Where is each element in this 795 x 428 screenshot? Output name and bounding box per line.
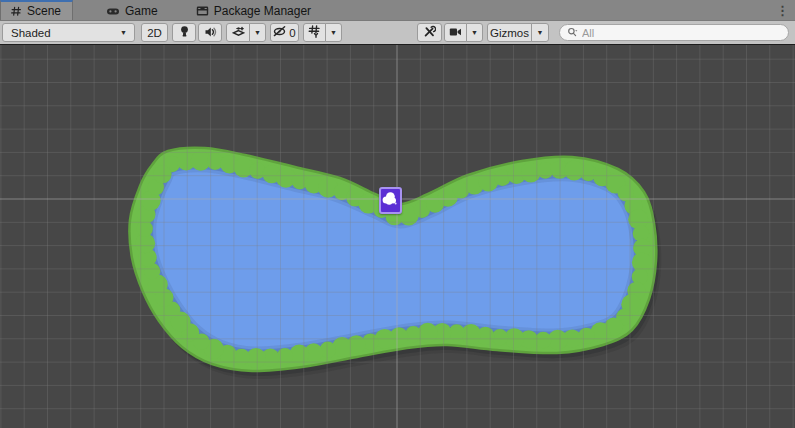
chevron-down-icon: ▼	[330, 29, 337, 36]
tab-game-label: Game	[125, 4, 158, 18]
toggle-2d-label: 2D	[147, 27, 162, 39]
gizmos-button-group: Gizmos ▼	[487, 23, 549, 42]
component-tools-button[interactable]	[417, 23, 442, 42]
toggle-2d-button[interactable]: 2D	[141, 23, 168, 42]
tools-wrench-icon	[423, 25, 436, 40]
draw-mode-label: Shaded	[11, 27, 51, 39]
gamepad-icon	[106, 5, 120, 17]
scene-visibility-button[interactable]: 0	[270, 23, 299, 42]
gizmos-dropdown-arrow[interactable]: ▼	[531, 23, 549, 42]
sprite-cloud-icon	[381, 189, 398, 208]
audio-toggle-button[interactable]	[198, 23, 222, 42]
package-icon	[196, 5, 209, 17]
grid-dropdown-arrow[interactable]: ▼	[325, 23, 342, 42]
effects-dropdown-arrow[interactable]: ▼	[249, 23, 266, 42]
camera-dropdown-arrow[interactable]: ▼	[466, 23, 483, 42]
gizmos-button[interactable]: Gizmos	[487, 23, 532, 42]
chevron-down-icon: ▼	[471, 29, 478, 36]
lightbulb-icon	[179, 25, 190, 40]
effects-layers-icon	[232, 26, 245, 40]
scene-toolbar: Shaded ▼ 2D	[0, 21, 795, 45]
scene-canvas	[0, 45, 795, 428]
unity-editor-window: Scene Game Package Manager	[0, 0, 795, 428]
camera-icon	[449, 27, 462, 39]
scene-lighting-button[interactable]	[172, 23, 196, 42]
chevron-down-icon: ▼	[254, 29, 261, 36]
tab-package-manager[interactable]: Package Manager	[187, 0, 322, 20]
scene-search-field[interactable]	[559, 24, 789, 41]
search-icon	[567, 27, 578, 38]
gizmos-label: Gizmos	[490, 27, 529, 39]
tab-package-manager-label: Package Manager	[214, 4, 311, 18]
draw-mode-dropdown[interactable]: Shaded ▼	[2, 23, 135, 42]
grid-axis-icon	[308, 25, 321, 40]
tab-bar: Scene Game Package Manager	[0, 0, 795, 21]
camera-button-group: ▼	[444, 23, 483, 42]
grid-button-group: ▼	[303, 23, 342, 42]
scene-camera-button[interactable]	[444, 23, 467, 42]
tab-scene[interactable]: Scene	[0, 0, 73, 20]
more-options-icon[interactable]: ⋮	[776, 0, 789, 21]
tab-game[interactable]: Game	[97, 0, 169, 20]
effects-button-group: ▼	[226, 23, 266, 42]
speaker-icon	[204, 26, 217, 40]
sprite-gizmo-icon[interactable]	[379, 187, 402, 214]
hidden-object-count: 0	[289, 27, 295, 39]
eye-slash-icon	[273, 26, 287, 39]
search-input[interactable]	[582, 27, 781, 39]
grid-visibility-button[interactable]	[303, 23, 326, 42]
scene-viewport[interactable]	[0, 45, 795, 428]
chevron-down-icon: ▼	[120, 29, 127, 36]
scene-effects-button[interactable]	[226, 23, 250, 42]
scene-grid-icon	[10, 5, 22, 17]
tab-scene-label: Scene	[27, 4, 61, 18]
chevron-down-icon: ▼	[537, 29, 544, 36]
